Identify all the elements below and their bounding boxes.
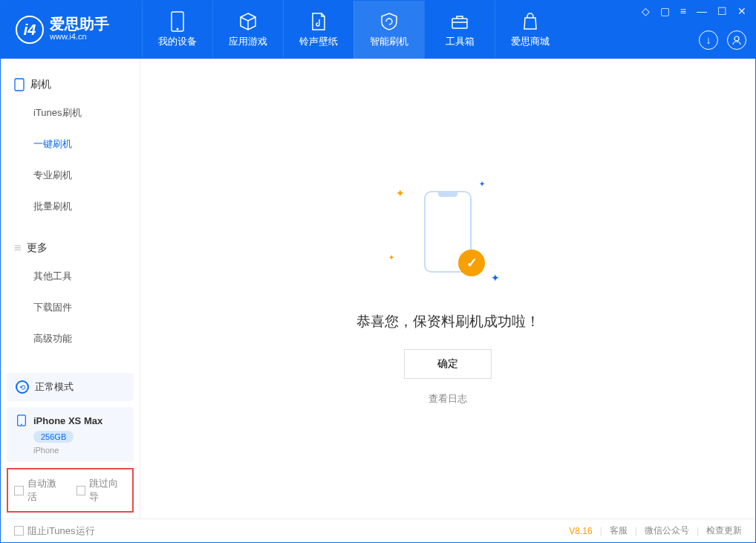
sidebar-items-flash: iTunes刷机 一键刷机 专业刷机 批量刷机 xyxy=(1,97,140,222)
user-controls: ↓ xyxy=(699,30,746,50)
sidebar-item-onekey-flash[interactable]: 一键刷机 xyxy=(33,129,140,160)
minimize-button[interactable]: — xyxy=(697,5,707,17)
sidebar-header-flash: 刷机 xyxy=(1,72,140,97)
checkbox-label: 阻止iTunes运行 xyxy=(27,524,95,538)
sidebar-item-advanced[interactable]: 高级功能 xyxy=(33,323,140,354)
svg-rect-4 xyxy=(15,79,24,91)
tab-label: 铃声壁纸 xyxy=(299,35,338,48)
device-storage: 256GB xyxy=(33,431,74,443)
app-url: www.i4.cn xyxy=(50,31,109,42)
checkbox-label: 跳过向导 xyxy=(89,477,126,504)
shopping-bag-icon xyxy=(520,11,541,32)
menu-icon[interactable]: ≡ xyxy=(680,5,686,17)
cube-icon xyxy=(238,11,258,32)
sparkle-icon: ✦ xyxy=(388,253,394,261)
tab-smart-flash[interactable]: 智能刷机 xyxy=(353,1,424,59)
options-highlight-box: 自动激活 跳过向导 xyxy=(7,468,134,513)
list-icon: ≡ xyxy=(14,241,21,255)
confirm-button[interactable]: 确定 xyxy=(404,349,492,379)
checkbox-icon xyxy=(76,486,86,495)
download-button[interactable]: ↓ xyxy=(699,30,718,50)
footer: 阻止iTunes运行 V8.16 | 客服 | 微信公众号 | 检查更新 xyxy=(1,518,755,542)
app-name: 爱思助手 xyxy=(50,16,109,31)
checkbox-auto-activate[interactable]: 自动激活 xyxy=(14,477,65,504)
tab-store[interactable]: 爱思商城 xyxy=(495,1,565,59)
footer-link-check-update[interactable]: 检查更新 xyxy=(706,524,742,537)
feedback-icon[interactable]: ▢ xyxy=(660,5,670,17)
sidebar-item-pro-flash[interactable]: 专业刷机 xyxy=(33,160,140,191)
window-controls: ◇ ▢ ≡ — ☐ ✕ xyxy=(642,5,746,17)
device-box[interactable]: iPhone XS Max 256GB iPhone xyxy=(7,407,134,462)
user-button[interactable] xyxy=(727,30,746,50)
separator: | xyxy=(697,526,699,536)
separator: | xyxy=(635,526,637,536)
sidebar-items-more: 其他工具 下载固件 高级功能 xyxy=(1,261,140,354)
success-message: 恭喜您，保资料刷机成功啦！ xyxy=(356,312,540,331)
close-button[interactable]: ✕ xyxy=(737,5,746,17)
footer-link-support[interactable]: 客服 xyxy=(610,524,628,537)
maximize-button[interactable]: ☐ xyxy=(717,5,727,17)
main-content: ✦ ✦ ✦ ✦ ✓ 恭喜您，保资料刷机成功啦！ 确定 查看日志 xyxy=(140,59,755,518)
device-name: iPhone XS Max xyxy=(33,415,102,426)
logo-text: 爱思助手 www.i4.cn xyxy=(50,16,109,42)
skin-icon[interactable]: ◇ xyxy=(642,5,650,17)
sparkle-icon: ✦ xyxy=(491,272,500,284)
tab-label: 智能刷机 xyxy=(370,35,408,48)
success-check-icon: ✓ xyxy=(458,250,485,276)
sidebar-section-flash: 刷机 iTunes刷机 一键刷机 专业刷机 批量刷机 xyxy=(1,59,140,222)
refresh-shield-icon xyxy=(379,11,400,32)
mode-label: 正常模式 xyxy=(35,380,74,394)
checkbox-label: 自动激活 xyxy=(27,477,65,504)
device-type: iPhone xyxy=(33,446,125,455)
footer-link-wechat[interactable]: 微信公众号 xyxy=(645,524,689,537)
tab-label: 爱思商城 xyxy=(511,35,550,48)
device-icon xyxy=(167,11,188,32)
svg-point-1 xyxy=(177,28,179,30)
success-graphic: ✦ ✦ ✦ ✦ ✓ xyxy=(388,172,507,291)
section-title: 刷机 xyxy=(30,78,51,91)
checkbox-skip-guide[interactable]: 跳过向导 xyxy=(76,477,127,504)
view-log-link[interactable]: 查看日志 xyxy=(428,392,467,406)
svg-point-6 xyxy=(21,423,22,425)
checkbox-icon xyxy=(14,486,24,495)
sidebar-item-itunes-flash[interactable]: iTunes刷机 xyxy=(33,97,140,129)
checkbox-block-itunes[interactable]: 阻止iTunes运行 xyxy=(14,524,95,538)
tab-ringtone-wallpaper[interactable]: 铃声壁纸 xyxy=(283,1,353,59)
music-file-icon xyxy=(308,11,329,32)
footer-left: 阻止iTunes运行 xyxy=(14,524,95,538)
sidebar-section-more: ≡ 更多 其他工具 下载固件 高级功能 xyxy=(1,222,140,354)
footer-right: V8.16 | 客服 | 微信公众号 | 检查更新 xyxy=(569,524,742,537)
mode-box[interactable]: ⟲ 正常模式 xyxy=(7,373,134,401)
tab-label: 工具箱 xyxy=(446,35,475,48)
version-label: V8.16 xyxy=(569,526,592,536)
app-window: i4 爱思助手 www.i4.cn 我的设备 应用游戏 xyxy=(0,0,756,543)
phone-small-icon xyxy=(14,78,25,91)
logo-area: i4 爱思助手 www.i4.cn xyxy=(1,16,142,44)
sidebar-item-download-firmware[interactable]: 下载固件 xyxy=(33,292,140,323)
top-tabs: 我的设备 应用游戏 铃声壁纸 智能刷机 xyxy=(142,1,565,59)
sidebar: 刷机 iTunes刷机 一键刷机 专业刷机 批量刷机 ≡ 更多 其他工具 下载固… xyxy=(1,59,140,518)
logo-icon: i4 xyxy=(16,16,44,44)
tab-label: 我的设备 xyxy=(158,35,197,48)
svg-rect-2 xyxy=(452,19,467,28)
sidebar-item-other-tools[interactable]: 其他工具 xyxy=(33,261,140,292)
tab-label: 应用游戏 xyxy=(229,35,267,48)
toolbox-icon xyxy=(449,11,470,32)
section-title: 更多 xyxy=(27,241,48,255)
phone-small-icon xyxy=(16,414,27,426)
mode-icon: ⟲ xyxy=(16,380,29,394)
checkbox-icon xyxy=(14,526,24,536)
sidebar-item-batch-flash[interactable]: 批量刷机 xyxy=(33,191,140,222)
body: 刷机 iTunes刷机 一键刷机 专业刷机 批量刷机 ≡ 更多 其他工具 下载固… xyxy=(1,59,755,518)
sidebar-header-more: ≡ 更多 xyxy=(1,235,140,261)
sparkle-icon: ✦ xyxy=(479,180,485,188)
svg-point-3 xyxy=(734,36,739,41)
header: i4 爱思助手 www.i4.cn 我的设备 应用游戏 xyxy=(1,1,755,59)
tab-apps-games[interactable]: 应用游戏 xyxy=(212,1,283,59)
tab-my-device[interactable]: 我的设备 xyxy=(142,1,212,59)
separator: | xyxy=(600,526,602,536)
sparkle-icon: ✦ xyxy=(396,187,405,199)
header-right: ◇ ▢ ≡ — ☐ ✕ ↓ xyxy=(642,1,746,59)
tab-toolbox[interactable]: 工具箱 xyxy=(424,1,495,59)
